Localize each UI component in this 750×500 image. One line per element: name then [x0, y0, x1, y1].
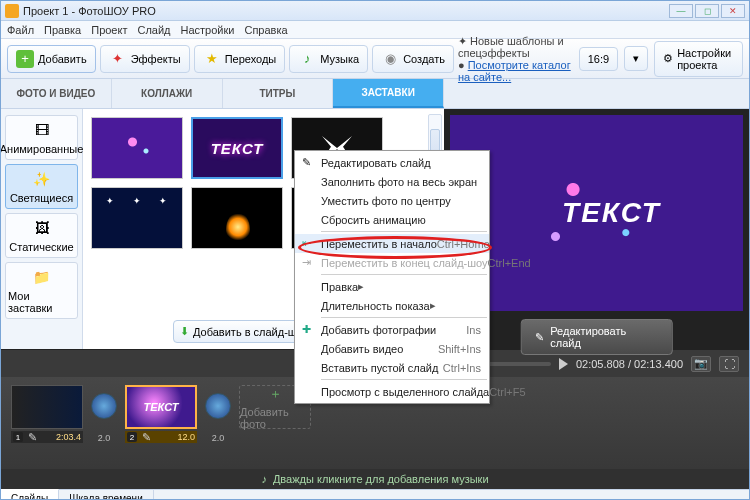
timeline-transition-2[interactable]: 2.0 [205, 385, 231, 443]
download-icon: ⬇ [180, 325, 189, 338]
music-icon: ♪ [261, 473, 267, 485]
animated-icon: 🎞 [30, 120, 54, 140]
ctx-add-photos[interactable]: ✚Добавить фотографииIns [295, 320, 489, 339]
timeline-slide-1[interactable]: 1✎2:03.4 [11, 385, 83, 443]
preview-text: ТЕКСТ [562, 197, 661, 229]
pencil-icon: ✎ [535, 331, 544, 344]
tab-slides-view[interactable]: Слайды [1, 489, 59, 500]
snapshot-button[interactable]: 📷 [691, 356, 711, 372]
cat-my-splash[interactable]: 📁Мои заставки [5, 262, 78, 319]
music-icon: ♪ [298, 50, 316, 68]
add-button[interactable]: +Добавить [7, 45, 96, 73]
ctx-insert-blank[interactable]: Вставить пустой слайдCtrl+Ins [295, 358, 489, 377]
pencil-icon: ✎ [299, 155, 314, 170]
plus-icon: ＋ [269, 385, 282, 403]
my-icon: 📁 [30, 267, 54, 287]
ctx-edit-slide[interactable]: ✎Редактировать слайд [295, 153, 489, 172]
menu-help[interactable]: Справка [244, 21, 287, 38]
template-tabs: ФОТО И ВИДЕО КОЛЛАЖИ ТИТРЫ ЗАСТАВКИ [1, 79, 749, 109]
fullscreen-button[interactable]: ⛶ [719, 356, 739, 372]
menu-file[interactable]: Файл [7, 21, 34, 38]
edit-slide-button[interactable]: ✎Редактировать слайд [520, 319, 673, 355]
menu-edit[interactable]: Правка [44, 21, 81, 38]
timeline-transition-1[interactable]: 2.0 [91, 385, 117, 443]
template-thumb[interactable] [91, 117, 183, 179]
static-icon: 🖼 [30, 218, 54, 238]
ctx-duration-submenu[interactable]: Длительность показа [295, 296, 489, 315]
menu-project[interactable]: Проект [91, 21, 127, 38]
minimize-button[interactable]: — [669, 4, 693, 18]
close-button[interactable]: ✕ [721, 4, 745, 18]
ctx-move-to-start[interactable]: ⇤Переместить в началоCtrl+Home [295, 234, 489, 253]
context-menu: ✎Редактировать слайд Заполнить фото на в… [294, 150, 490, 404]
main-toolbar: +Добавить ✦Эффекты ★Переходы ♪Музыка ◉Со… [1, 39, 749, 79]
menu-slide[interactable]: Слайд [137, 21, 170, 38]
project-settings-button[interactable]: ⚙Настройки проекта [654, 41, 743, 77]
transitions-button[interactable]: ★Переходы [194, 45, 286, 73]
timeline-view-tabs: Слайды Шкала времени [1, 489, 749, 500]
star-icon: ★ [203, 50, 221, 68]
ctx-center-photo[interactable]: Уместить фото по центру [295, 191, 489, 210]
play-button[interactable] [559, 358, 568, 370]
promo-banner: ✦ Новые шаблоны и спецэффекты ● Посмотри… [458, 35, 573, 83]
ctx-edit-submenu[interactable]: Правка [295, 277, 489, 296]
template-thumb[interactable] [91, 187, 183, 249]
glow-icon: ✨ [30, 169, 54, 189]
menu-settings[interactable]: Настройки [181, 21, 235, 38]
plus-icon: + [16, 50, 34, 68]
arrow-start-icon: ⇤ [299, 236, 314, 251]
template-thumb-selected[interactable]: ТЕКСТ [191, 117, 283, 179]
wand-icon: ✦ [109, 50, 127, 68]
ctx-add-video[interactable]: Добавить видеоShift+Ins [295, 339, 489, 358]
maximize-button[interactable]: ◻ [695, 4, 719, 18]
tab-collages[interactable]: КОЛЛАЖИ [112, 79, 223, 108]
template-thumb[interactable] [191, 187, 283, 249]
pencil-icon: ✎ [142, 431, 151, 444]
tab-timeline-view[interactable]: Шкала времени [59, 490, 153, 500]
titlebar: Проект 1 - ФотоШОУ PRO — ◻ ✕ [1, 1, 749, 21]
cat-glowing[interactable]: ✨Светящиеся [5, 164, 78, 209]
add-photo-icon: ✚ [299, 322, 314, 337]
timeline-slide-2[interactable]: ТЕКСТ 2✎12.0 [125, 385, 197, 443]
effects-button[interactable]: ✦Эффекты [100, 45, 190, 73]
gear-icon: ⚙ [663, 52, 673, 65]
ctx-fill-screen[interactable]: Заполнить фото на весь экран [295, 172, 489, 191]
cat-animated[interactable]: 🎞Анимированные [5, 115, 78, 160]
create-button[interactable]: ◉Создать [372, 45, 454, 73]
ctx-move-to-end: ⇥Переместить в конец слайд-шоуCtrl+End [295, 253, 489, 272]
pencil-icon: ✎ [28, 431, 37, 444]
cat-static[interactable]: 🖼Статические [5, 213, 78, 258]
category-sidebar: 🎞Анимированные ✨Светящиеся 🖼Статические … [1, 109, 83, 349]
arrow-end-icon: ⇥ [299, 255, 314, 270]
tab-photo-video[interactable]: ФОТО И ВИДЕО [1, 79, 112, 108]
aspect-dropdown[interactable]: ▾ [624, 46, 648, 71]
ctx-reset-animation[interactable]: Сбросить анимацию [295, 210, 489, 229]
music-button[interactable]: ♪Музыка [289, 45, 368, 73]
window-title: Проект 1 - ФотоШОУ PRO [23, 5, 667, 17]
time-display: 02:05.808 / 02:13.400 [576, 358, 683, 370]
thumb-text: ТЕКСТ [211, 140, 264, 157]
tab-splash[interactable]: ЗАСТАВКИ [333, 79, 444, 108]
app-icon [5, 4, 19, 18]
tab-titles[interactable]: ТИТРЫ [223, 79, 334, 108]
ctx-preview-from[interactable]: Просмотр с выделенного слайдаCtrl+F5 [295, 382, 489, 401]
aspect-ratio-button[interactable]: 16:9 [579, 47, 618, 71]
music-track-hint[interactable]: ♪Дважды кликните для добавления музыки [1, 469, 749, 489]
preview-canvas: ТЕКСТ [450, 115, 743, 311]
gear-disc-icon: ◉ [381, 50, 399, 68]
